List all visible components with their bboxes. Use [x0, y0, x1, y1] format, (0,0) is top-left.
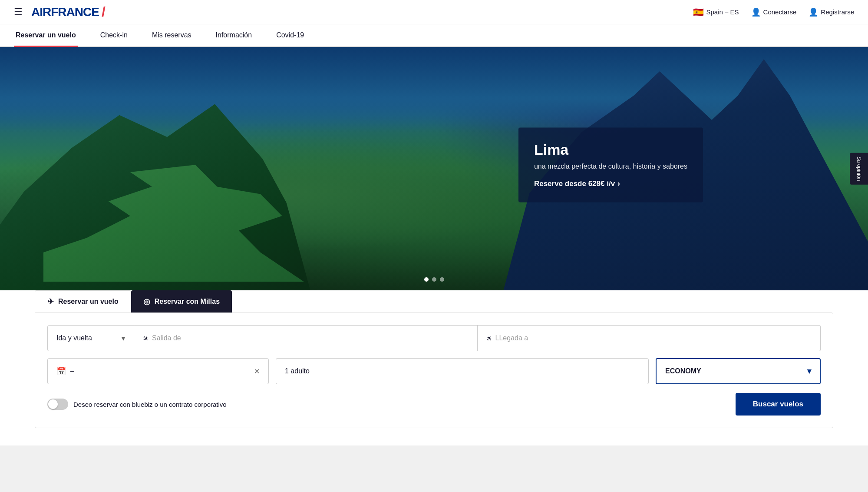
spain-flag-icon: 🇪🇸 — [693, 7, 704, 17]
top-right-actions: 🇪🇸 Spain – ES 👤 Conectarse 👤 Registrarse — [693, 7, 854, 17]
plane-tab-icon: ✈ — [47, 297, 54, 306]
country-label: Spain – ES — [706, 8, 739, 16]
person-icon: 👤 — [751, 7, 761, 17]
booking-form: Ida y vuelta ▾ ✈ Salida de ✈ LLegada a 📅… — [35, 312, 833, 428]
chevron-right-icon: › — [617, 179, 620, 188]
tab-informacion[interactable]: Información — [214, 24, 254, 46]
price-link[interactable]: Reserve desde 628€ i/v › — [534, 179, 687, 188]
hero-banner: Lima una mezcla perfecta de cultura, his… — [0, 47, 868, 290]
destination-title: Lima — [534, 141, 687, 158]
nav-tabs: Reservar un vuelo Check-in Mis reservas … — [0, 24, 868, 47]
logo-slash: / — [102, 4, 106, 20]
origin-placeholder: Salida de — [152, 334, 181, 342]
indicator-3[interactable] — [440, 277, 444, 282]
miles-tab-icon: ◎ — [143, 297, 150, 306]
bluebiz-row: Deseo reservar con bluebiz o un contrato… — [47, 399, 227, 410]
landing-icon: ✈ — [484, 333, 494, 343]
opinion-tab[interactable]: Su opinión — [850, 153, 868, 185]
bluebiz-label: Deseo reservar con bluebiz o un contrato… — [73, 401, 227, 408]
trip-type-selector[interactable]: Ida y vuelta ▾ — [47, 325, 134, 351]
destination-card: Lima una mezcla perfecta de cultura, his… — [518, 127, 703, 202]
booking-tab-miles[interactable]: ◎ Reservar con Millas — [131, 290, 232, 312]
register-label: Registrarse — [821, 8, 854, 16]
booking-tab-flight[interactable]: ✈ Reservar un vuelo — [35, 290, 131, 312]
cabin-value: ECONOMY — [665, 367, 701, 375]
form-row-3: Deseo reservar con bluebiz o un contrato… — [47, 393, 821, 416]
opinion-label: Su opinión — [856, 156, 862, 181]
price-label: Reserve desde 628€ i/v — [534, 180, 615, 188]
register-link[interactable]: 👤 Registrarse — [809, 7, 854, 17]
destination-subtitle: una mezcla perfecta de cultura, historia… — [534, 163, 687, 170]
pax-value: 1 adulto — [285, 367, 310, 375]
passengers-field[interactable]: 1 adulto — [276, 358, 649, 384]
booking-tab1-label: Reservar un vuelo — [58, 298, 119, 306]
dest-placeholder: LLegada a — [495, 334, 528, 342]
booking-section: ✈ Reservar un vuelo ◎ Reservar con Milla… — [0, 290, 868, 445]
indicator-1[interactable] — [424, 277, 429, 282]
date-value: – — [70, 367, 74, 375]
indicator-2[interactable] — [432, 277, 436, 282]
top-navigation: ☰ AIRFRANCE / 🇪🇸 Spain – ES 👤 Conectarse… — [0, 0, 868, 24]
booking-tabs: ✈ Reservar un vuelo ◎ Reservar con Milla… — [35, 290, 833, 312]
origin-field[interactable]: ✈ Salida de — [134, 325, 478, 351]
country-selector[interactable]: 🇪🇸 Spain – ES — [693, 7, 739, 17]
hamburger-menu[interactable]: ☰ — [14, 7, 23, 18]
carousel-indicators — [424, 277, 444, 282]
tab-covid[interactable]: Covid-19 — [274, 24, 306, 46]
logo-text: AIRFRANCE — [31, 5, 99, 19]
clear-date-button[interactable]: ✕ — [254, 367, 260, 376]
trip-type-value: Ida y vuelta — [56, 334, 92, 342]
tab-reservar[interactable]: Reservar un vuelo — [14, 24, 78, 46]
toggle-knob — [48, 399, 58, 409]
tab-checkin[interactable]: Check-in — [99, 24, 129, 46]
trip-type-chevron-icon: ▾ — [122, 334, 125, 342]
hero-background — [0, 47, 868, 290]
booking-tab2-label: Reservar con Millas — [155, 298, 220, 306]
cabin-chevron-icon: ▾ — [807, 366, 811, 376]
logo[interactable]: AIRFRANCE / — [31, 4, 106, 20]
form-row-2: 📅 – ✕ 1 adulto ECONOMY ▾ — [47, 358, 821, 384]
search-flights-button[interactable]: Buscar vuelos — [736, 393, 821, 416]
destination-field[interactable]: ✈ LLegada a — [478, 325, 821, 351]
form-row-1: Ida y vuelta ▾ ✈ Salida de ✈ LLegada a — [47, 325, 821, 351]
login-link[interactable]: 👤 Conectarse — [751, 7, 797, 17]
cabin-class-selector[interactable]: ECONOMY ▾ — [656, 358, 821, 384]
register-icon: 👤 — [809, 7, 818, 17]
calendar-icon: 📅 — [56, 366, 66, 376]
takeoff-icon: ✈ — [141, 333, 151, 343]
tab-reservas[interactable]: Mis reservas — [150, 24, 193, 46]
login-label: Conectarse — [763, 8, 797, 16]
date-picker[interactable]: 📅 – ✕ — [47, 358, 269, 384]
bluebiz-toggle[interactable] — [47, 399, 68, 410]
